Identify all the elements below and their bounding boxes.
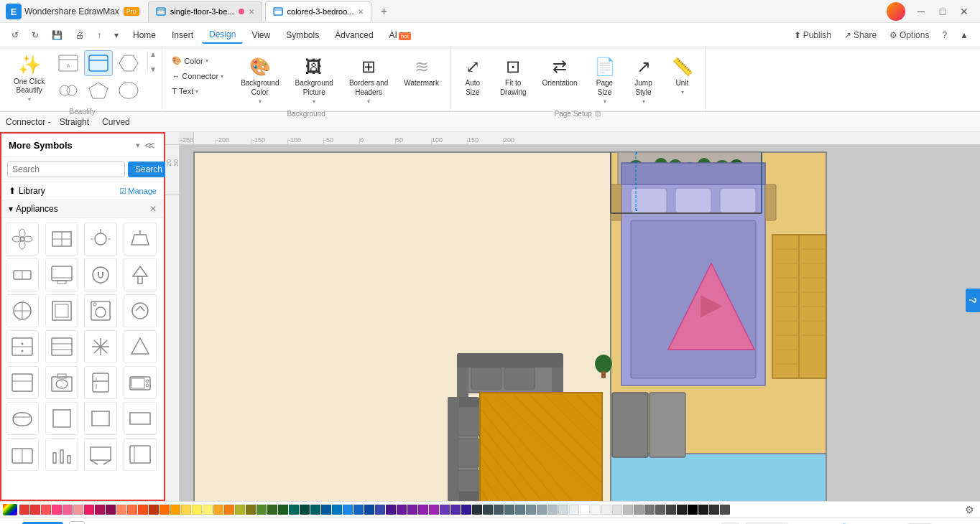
watermark-btn[interactable]: ≋ Watermark [397, 53, 445, 91]
color-swatch-1[interactable] [30, 505, 40, 515]
color-swatch-12[interactable] [149, 505, 159, 515]
color-swatch-54[interactable] [601, 505, 611, 515]
symbol-triangle[interactable] [124, 330, 157, 363]
bg-color-btn[interactable]: 🎨 BackgroundColor ▾ [234, 53, 285, 108]
share-btn[interactable]: ↗Share [838, 27, 882, 43]
menu-ai[interactable]: AIhot [382, 27, 418, 43]
color-swatch-56[interactable] [623, 505, 633, 515]
search-button[interactable]: Search [128, 162, 170, 177]
color-swatch-59[interactable] [655, 505, 665, 515]
color-swatch-58[interactable] [644, 505, 655, 515]
drawing-canvas[interactable]: ▶ [180, 145, 980, 501]
symbol-bar[interactable] [45, 438, 78, 471]
redo-btn[interactable]: ↻ [26, 27, 45, 43]
symbol-washing-machine[interactable] [84, 294, 117, 327]
color-swatch-4[interactable] [63, 505, 73, 515]
color-swatch-61[interactable] [677, 505, 687, 515]
manage-link[interactable]: ☑ Manage [119, 187, 157, 196]
color-swatch-30[interactable] [343, 505, 353, 515]
color-swatch-25[interactable] [289, 505, 299, 515]
color-swatch-46[interactable] [515, 505, 525, 515]
symbol-scale[interactable] [124, 294, 157, 327]
style-btn-6[interactable] [114, 78, 143, 103]
connector-option-curved[interactable]: Curved [98, 116, 134, 128]
color-swatch-37[interactable] [418, 505, 428, 515]
color-swatch-6[interactable] [84, 505, 94, 515]
right-helper-icon[interactable]: ? [966, 289, 980, 312]
symbol-square2[interactable] [84, 402, 117, 435]
add-page-btn[interactable]: + [69, 521, 85, 525]
symbol-tv[interactable] [45, 258, 78, 291]
print-btn[interactable]: 🖨 [70, 27, 90, 43]
color-swatch-42[interactable] [472, 505, 482, 515]
color-swatch-55[interactable] [612, 505, 622, 515]
close-btn[interactable]: ✕ [954, 1, 974, 22]
color-swatch-52[interactable] [580, 505, 590, 515]
color-swatch-35[interactable] [397, 505, 407, 515]
tab1-close[interactable]: ✕ [249, 8, 254, 16]
color-swatch-31[interactable] [353, 505, 364, 515]
color-swatch-13[interactable] [160, 505, 170, 515]
collapse-btn[interactable]: ▲ [954, 27, 974, 43]
color-swatch-38[interactable] [429, 505, 439, 515]
color-swatch-62[interactable] [688, 505, 698, 515]
new-tab-btn[interactable]: + [374, 2, 393, 21]
color-swatch-64[interactable] [709, 505, 719, 515]
color-swatch-14[interactable] [170, 505, 180, 515]
color-swatch-41[interactable] [461, 505, 471, 515]
style-btn-1[interactable]: A [54, 50, 83, 76]
symbol-square1[interactable] [45, 402, 78, 435]
minimize-btn[interactable]: ─ [911, 1, 931, 22]
color-swatch-0[interactable] [19, 505, 29, 515]
color-swatch-57[interactable] [634, 505, 644, 515]
undo-btn[interactable]: ↺ [6, 27, 24, 43]
color-swatch-29[interactable] [332, 505, 342, 515]
menu-home[interactable]: Home [126, 27, 163, 43]
color-swatch-40[interactable] [450, 505, 461, 515]
ribbon-expand-beautify[interactable]: ▲ ▼ [147, 50, 157, 73]
color-swatch-21[interactable] [246, 505, 256, 515]
color-swatch-44[interactable] [494, 505, 504, 515]
color-swatch-19[interactable] [224, 505, 234, 515]
orientation-btn[interactable]: ⇄ Orientation [536, 53, 584, 91]
symbol-cabinet2[interactable] [6, 438, 39, 471]
color-swatch-7[interactable] [95, 505, 105, 515]
color-swatch-2[interactable] [41, 505, 51, 515]
symbol-fan2[interactable] [6, 294, 39, 327]
symbol-microwave[interactable] [124, 366, 157, 399]
color-swatch-45[interactable] [504, 505, 514, 515]
symbol-snowflake[interactable] [84, 330, 117, 363]
symbol-sink-cabinet[interactable] [45, 366, 78, 399]
color-swatch-10[interactable] [127, 505, 137, 515]
color-swatch-63[interactable] [698, 505, 708, 515]
color-swatch-53[interactable] [591, 505, 601, 515]
menu-symbols[interactable]: Symbols [279, 27, 326, 43]
symbol-cabinet[interactable] [6, 330, 39, 363]
fit-page-btn[interactable]: ⊡ [938, 522, 953, 525]
menu-advanced[interactable]: Advanced [328, 27, 380, 43]
menu-design[interactable]: Design [202, 27, 243, 44]
color-swatch-5[interactable] [73, 505, 83, 515]
export-btn[interactable]: ↑ [91, 27, 107, 43]
color-swatch-24[interactable] [278, 505, 288, 515]
page-tab-1[interactable]: Page-1 [22, 522, 63, 525]
options-btn[interactable]: ⚙Options [884, 27, 935, 43]
connector-option-straight[interactable]: Straight [55, 116, 93, 128]
color-swatch-9[interactable] [116, 505, 126, 515]
fit-drawing-btn[interactable]: ⊡ Fit toDrawing [494, 53, 533, 100]
menu-view[interactable]: View [244, 27, 277, 43]
color-swatch-8[interactable] [106, 505, 116, 515]
tab-single-floor[interactable]: single-floor-3-be... ✕ [148, 1, 262, 22]
page-size-btn[interactable]: 📄 PageSize ▾ [587, 53, 623, 108]
color-swatch-32[interactable] [364, 505, 374, 515]
color-swatch-43[interactable] [483, 505, 493, 515]
color-swatch-39[interactable] [440, 505, 450, 515]
panel-dropdown-icon[interactable]: ▾ [136, 141, 140, 150]
color-swatch-20[interactable] [235, 505, 245, 515]
color-swatch-16[interactable] [192, 505, 202, 515]
settings-icon[interactable]: ⚙ [962, 504, 977, 515]
symbol-light-fixture[interactable] [124, 223, 157, 256]
style-btn-4[interactable] [54, 78, 83, 103]
symbol-frame[interactable] [45, 294, 78, 327]
color-swatch-15[interactable] [181, 505, 191, 515]
